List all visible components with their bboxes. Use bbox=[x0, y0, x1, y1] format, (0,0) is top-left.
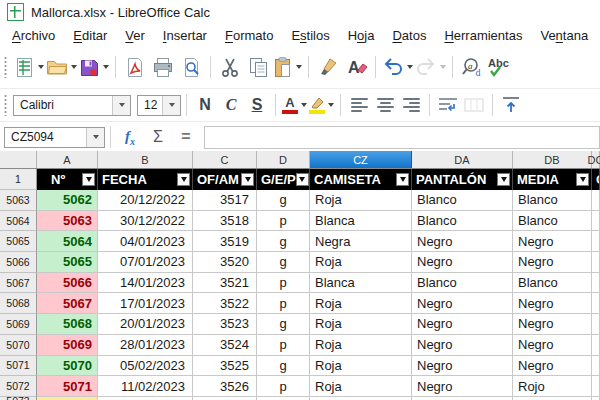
formula-input-line[interactable] bbox=[204, 126, 600, 149]
header-cell-4[interactable]: CAMISETA bbox=[310, 169, 412, 190]
grid-cell[interactable]: 3522 bbox=[193, 293, 257, 314]
grid-cell[interactable]: Blanco bbox=[412, 190, 513, 211]
grid-cell[interactable]: Negro bbox=[412, 335, 513, 356]
row-header[interactable]: 5072 bbox=[0, 376, 37, 397]
grid-cell[interactable]: 3523 bbox=[193, 314, 257, 335]
undo-button[interactable] bbox=[382, 53, 413, 81]
grid-cell[interactable]: Negro bbox=[412, 231, 513, 252]
grid-cell[interactable]: 20/01/2023 bbox=[98, 314, 193, 335]
menu-insertar[interactable]: Insertar bbox=[154, 26, 216, 45]
menu-hoja[interactable]: Hoja bbox=[339, 26, 384, 45]
grid-cell[interactable] bbox=[592, 231, 600, 252]
row-header[interactable]: 5063 bbox=[0, 190, 37, 211]
grid-cell[interactable]: Roja bbox=[310, 252, 412, 273]
grid-cell[interactable]: p bbox=[257, 211, 310, 232]
grid-cell[interactable]: 5067 bbox=[37, 293, 98, 314]
grid-cell[interactable]: Negra bbox=[310, 231, 412, 252]
autosum-button[interactable]: Σ bbox=[145, 123, 171, 151]
underline-button[interactable]: S bbox=[245, 93, 269, 117]
grid-cell[interactable]: Roja bbox=[310, 314, 412, 335]
font-size-combobox[interactable]: 12 bbox=[137, 95, 181, 116]
row-header-1[interactable]: 1 bbox=[0, 169, 37, 190]
header-cell-1[interactable]: FECHA bbox=[98, 169, 193, 190]
font-name-dropdown[interactable] bbox=[112, 96, 130, 115]
grid-cell[interactable] bbox=[592, 376, 600, 397]
column-header-B[interactable]: B bbox=[98, 151, 193, 168]
grid-cell[interactable]: 3517 bbox=[193, 190, 257, 211]
grid-cell[interactable]: g bbox=[257, 231, 310, 252]
grid-cell[interactable]: Blanco bbox=[412, 273, 513, 294]
column-header-A[interactable]: A bbox=[37, 151, 98, 168]
grid-cell[interactable]: p bbox=[257, 335, 310, 356]
header-cell-5[interactable]: PANTALÓN bbox=[412, 169, 513, 190]
grid-cell[interactable]: 5066 bbox=[37, 273, 98, 294]
grid-cell[interactable]: 3525 bbox=[193, 356, 257, 377]
grid-cell[interactable]: p bbox=[257, 293, 310, 314]
export-pdf-button[interactable] bbox=[122, 53, 148, 81]
formula-button[interactable]: = bbox=[173, 123, 199, 151]
menu-estilos[interactable]: Estilos bbox=[282, 26, 338, 45]
grid-cell[interactable]: Roja bbox=[310, 335, 412, 356]
grid-cell[interactable]: Negro bbox=[513, 252, 592, 273]
grid-cell[interactable]: p bbox=[257, 376, 310, 397]
menu-formato[interactable]: Formato bbox=[216, 26, 282, 45]
column-header-CZ[interactable]: CZ bbox=[310, 151, 412, 168]
merge-cells-button[interactable] bbox=[462, 93, 486, 117]
row-header[interactable]: 5066 bbox=[0, 252, 37, 273]
row-header[interactable]: 5064 bbox=[0, 211, 37, 232]
header-cell-2[interactable]: OF/AM bbox=[193, 169, 257, 190]
grid-cell[interactable]: g bbox=[257, 190, 310, 211]
grid-cell[interactable]: Blanca bbox=[310, 273, 412, 294]
grid-cell[interactable]: Negro bbox=[513, 356, 592, 377]
grid-cell[interactable] bbox=[592, 314, 600, 335]
autofilter-button[interactable] bbox=[241, 173, 254, 186]
column-header-DB[interactable]: DB bbox=[513, 151, 592, 168]
header-cell-6[interactable]: MEDIA bbox=[513, 169, 592, 190]
grid-cell[interactable]: Roja bbox=[310, 293, 412, 314]
grid-cell[interactable]: Blanca bbox=[310, 211, 412, 232]
header-cell-3[interactable]: G/E/P bbox=[257, 169, 310, 190]
grid-cell[interactable] bbox=[592, 356, 600, 377]
grid-cell[interactable]: 5063 bbox=[37, 211, 98, 232]
spelling-button[interactable]: Abc bbox=[487, 53, 513, 81]
grid-cell[interactable]: Negro bbox=[513, 231, 592, 252]
column-header-D[interactable]: D bbox=[257, 151, 310, 168]
grid-cell[interactable]: Blanco bbox=[513, 190, 592, 211]
menu-herramientas[interactable]: Herramientas bbox=[435, 26, 531, 45]
grid-cell[interactable]: Negro bbox=[513, 335, 592, 356]
grid-cell[interactable]: Blanco bbox=[412, 211, 513, 232]
font-color-button[interactable]: A bbox=[282, 93, 307, 117]
toolbar-grip[interactable] bbox=[3, 56, 8, 78]
save-button[interactable] bbox=[79, 53, 109, 81]
grid-cell[interactable]: Rojo bbox=[513, 376, 592, 397]
grid-cell[interactable]: Negro bbox=[412, 356, 513, 377]
clear-formatting-button[interactable]: A bbox=[343, 53, 369, 81]
redo-button[interactable] bbox=[415, 53, 446, 81]
grid-cell[interactable]: 07/01/2023 bbox=[98, 252, 193, 273]
grid-cell[interactable]: Negro bbox=[513, 314, 592, 335]
clone-formatting-button[interactable] bbox=[315, 53, 341, 81]
grid-cell[interactable] bbox=[592, 335, 600, 356]
copy-button[interactable] bbox=[245, 53, 271, 81]
align-top-button[interactable] bbox=[499, 93, 523, 117]
align-left-button[interactable] bbox=[347, 93, 371, 117]
grid-cell[interactable]: 5062 bbox=[37, 190, 98, 211]
name-box-dropdown[interactable] bbox=[86, 128, 104, 147]
row-header[interactable]: 5065 bbox=[0, 231, 37, 252]
grid-cell[interactable] bbox=[592, 252, 600, 273]
grid-cell[interactable]: Negro bbox=[412, 293, 513, 314]
font-size-dropdown[interactable] bbox=[162, 96, 180, 115]
grid-cell[interactable]: 3526 bbox=[193, 376, 257, 397]
column-header-C[interactable]: C bbox=[193, 151, 257, 168]
row-header[interactable]: 5067 bbox=[0, 273, 37, 294]
autofilter-button[interactable] bbox=[396, 173, 409, 186]
grid-cell[interactable]: g bbox=[257, 314, 310, 335]
menu-editar[interactable]: Editar bbox=[64, 26, 116, 45]
find-replace-button[interactable]: a d bbox=[459, 53, 485, 81]
grid-cell[interactable]: 5064 bbox=[37, 231, 98, 252]
grid-cell[interactable]: 5068 bbox=[37, 314, 98, 335]
grid-cell[interactable]: Roja bbox=[310, 376, 412, 397]
grid-cell[interactable]: Negro bbox=[412, 376, 513, 397]
autofilter-button[interactable] bbox=[296, 173, 309, 186]
grid-cell[interactable]: Negro bbox=[412, 252, 513, 273]
